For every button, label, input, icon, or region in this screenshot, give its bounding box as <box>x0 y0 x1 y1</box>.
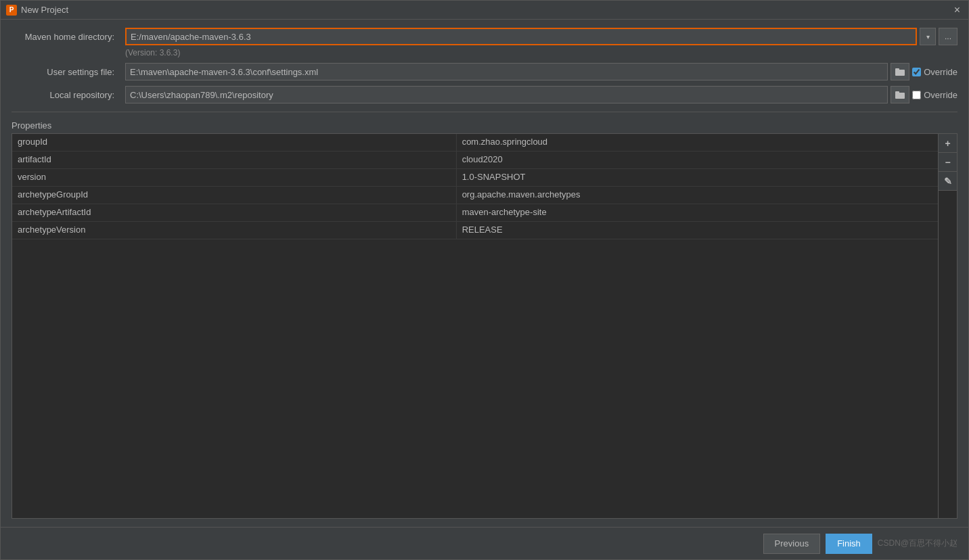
local-repo-override-checkbox[interactable] <box>912 91 921 99</box>
prop-value: cloud2020 <box>457 151 938 168</box>
table-row[interactable]: groupId com.zhao.springcloud <box>12 134 938 151</box>
dialog-title: New Project <box>21 5 951 15</box>
prop-value: RELEASE <box>457 222 938 239</box>
title-bar: P New Project × <box>1 1 968 20</box>
maven-home-row: Maven home directory: ▾ ... <box>12 28 957 45</box>
local-repo-row: Local repository: Override <box>12 86 957 103</box>
properties-actions: + − ✎ <box>938 134 957 518</box>
user-settings-input[interactable] <box>125 63 888 80</box>
remove-property-button[interactable]: − <box>939 153 957 172</box>
divider <box>12 112 957 112</box>
new-project-dialog: P New Project × Maven home directory: ▾ … <box>0 0 969 560</box>
local-repo-input-group: Override <box>125 86 957 103</box>
properties-table: groupId com.zhao.springcloud artifactId … <box>12 133 957 519</box>
prop-key: artifactId <box>12 151 457 168</box>
properties-list: groupId com.zhao.springcloud artifactId … <box>12 134 938 518</box>
table-row[interactable]: archetypeVersion RELEASE <box>12 222 938 239</box>
prop-key: archetypeGroupId <box>12 187 457 204</box>
maven-home-input-group: ▾ ... <box>125 28 957 45</box>
properties-title: Properties <box>12 120 957 131</box>
add-property-button[interactable]: + <box>939 134 957 153</box>
properties-table-inner: groupId com.zhao.springcloud artifactId … <box>12 134 957 518</box>
local-repo-input[interactable] <box>125 86 888 103</box>
dialog-footer: Previous Finish CSDN@百思不得小赵 <box>1 527 968 559</box>
svg-rect-2 <box>895 93 905 99</box>
table-row[interactable]: archetypeGroupId org.apache.maven.archet… <box>12 187 938 204</box>
user-settings-browse-button[interactable] <box>891 63 909 80</box>
maven-home-browse-button[interactable]: ... <box>939 28 957 45</box>
local-repo-browse-button[interactable] <box>891 86 909 103</box>
prop-key: archetypeArtifactId <box>12 204 457 221</box>
table-row[interactable]: archetypeArtifactId maven-archetype-site <box>12 204 938 222</box>
properties-section: Properties groupId com.zhao.springcloud … <box>12 120 957 519</box>
close-button[interactable]: × <box>951 4 963 16</box>
prop-key: groupId <box>12 134 457 151</box>
local-repo-label: Local repository: <box>12 90 120 100</box>
user-settings-label: User settings file: <box>12 67 120 77</box>
maven-home-label: Maven home directory: <box>12 32 120 42</box>
table-row[interactable]: artifactId cloud2020 <box>12 151 938 169</box>
maven-home-dropdown-button[interactable]: ▾ <box>920 28 936 45</box>
svg-rect-1 <box>895 68 899 70</box>
maven-home-input[interactable] <box>125 28 917 45</box>
user-settings-override-checkbox[interactable] <box>912 68 921 76</box>
table-row[interactable]: version 1.0-SNAPSHOT <box>12 169 938 187</box>
dialog-content: Maven home directory: ▾ ... (Version: 3.… <box>1 20 968 527</box>
finish-button[interactable]: Finish <box>826 534 872 554</box>
folder-icon <box>895 91 905 99</box>
user-settings-override-group: Override <box>912 67 957 77</box>
prop-key: version <box>12 169 457 186</box>
prop-value: org.apache.maven.archetypes <box>457 187 938 204</box>
previous-button[interactable]: Previous <box>763 534 821 554</box>
prop-value: maven-archetype-site <box>457 204 938 221</box>
user-settings-input-group: Override <box>125 63 957 80</box>
local-repo-override-group: Override <box>912 90 957 100</box>
user-settings-row: User settings file: Override <box>12 63 957 80</box>
edit-property-button[interactable]: ✎ <box>939 172 957 191</box>
prop-value: com.zhao.springcloud <box>457 134 938 151</box>
local-repo-override-label: Override <box>924 90 957 100</box>
folder-icon <box>895 68 905 76</box>
user-settings-override-label: Override <box>924 67 957 77</box>
watermark: CSDN@百思不得小赵 <box>878 538 957 549</box>
maven-version-text: (Version: 3.6.3) <box>125 48 957 57</box>
prop-value: 1.0-SNAPSHOT <box>457 169 938 186</box>
prop-key: archetypeVersion <box>12 222 457 239</box>
svg-rect-0 <box>895 70 905 76</box>
svg-rect-3 <box>895 91 899 93</box>
app-icon: P <box>6 5 17 16</box>
